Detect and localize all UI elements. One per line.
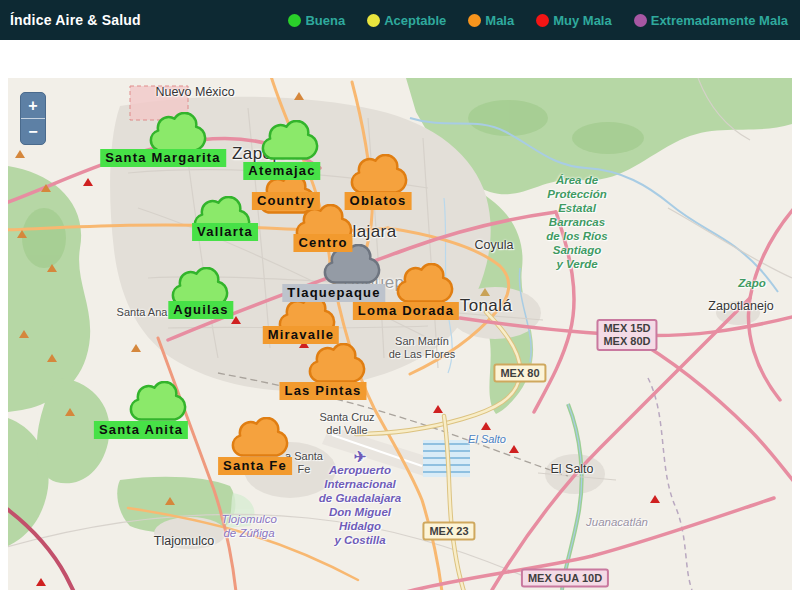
station-label-santa-fe[interactable]: Santa Fe bbox=[218, 457, 292, 475]
station-label-miravalle[interactable]: Miravalle bbox=[263, 326, 339, 344]
legend-item-buena: Buena bbox=[288, 13, 345, 28]
station-cloud-icon-atemajac[interactable] bbox=[261, 120, 319, 162]
legend-label: Buena bbox=[305, 13, 345, 28]
legend-label: Aceptable bbox=[384, 13, 446, 28]
station-label-las-pintas[interactable]: Las Pintas bbox=[279, 382, 366, 400]
station-cloud-icon-santa-margarita[interactable] bbox=[149, 112, 207, 154]
legend-item-extremadamente-mala: Extremadamente Mala bbox=[634, 13, 788, 28]
legend: BuenaAceptableMalaMuy MalaExtremadamente… bbox=[288, 13, 790, 28]
station-label-tlaquepaque[interactable]: Tlaquepaque bbox=[282, 284, 385, 302]
station-cloud-icon-loma-dorada[interactable] bbox=[396, 263, 454, 305]
station-label-oblatos[interactable]: Oblatos bbox=[345, 192, 412, 210]
legend-dot-buena bbox=[288, 14, 301, 27]
road-badge-mex-23: MEX 23 bbox=[422, 522, 475, 541]
road-badge-mex-15d-mex-80d: MEX 15DMEX 80D bbox=[596, 319, 657, 351]
station-cloud-icon-oblatos[interactable] bbox=[350, 154, 408, 196]
legend-dot-extremadamente-mala bbox=[634, 14, 647, 27]
station-cloud-icon-santa-anita[interactable] bbox=[129, 381, 187, 423]
page-title: Índice Aire & Salud bbox=[10, 12, 141, 28]
station-cloud-icon-santa-fe[interactable] bbox=[231, 417, 289, 459]
road-badge-mex-gua-10d: MEX GUA 10D bbox=[521, 569, 609, 588]
legend-dot-mala bbox=[468, 14, 481, 27]
station-label-santa-margarita[interactable]: Santa Margarita bbox=[100, 149, 226, 167]
zoom-in-button[interactable]: + bbox=[21, 93, 45, 118]
legend-dot-muy-mala bbox=[536, 14, 549, 27]
station-label-loma-dorada[interactable]: Loma Dorada bbox=[353, 302, 459, 320]
station-cloud-icon-las-pintas[interactable] bbox=[308, 343, 366, 385]
legend-item-aceptable: Aceptable bbox=[367, 13, 446, 28]
station-label-santa-anita[interactable]: Santa Anita bbox=[94, 421, 188, 439]
legend-label: Mala bbox=[485, 13, 514, 28]
station-label-centro[interactable]: Centro bbox=[293, 234, 352, 252]
legend-label: Muy Mala bbox=[553, 13, 612, 28]
zoom-out-button[interactable]: − bbox=[21, 119, 45, 144]
station-label-aguilas[interactable]: Aguilas bbox=[168, 301, 233, 319]
station-label-atemajac[interactable]: Atemajac bbox=[243, 162, 320, 180]
station-label-vallarta[interactable]: Vallarta bbox=[192, 223, 258, 241]
legend-item-mala: Mala bbox=[468, 13, 514, 28]
map[interactable]: Nuevo MéxicoZapopanGuadalajaraTlaquepaqu… bbox=[8, 78, 792, 590]
station-label-country[interactable]: Country bbox=[252, 192, 320, 210]
legend-item-muy-mala: Muy Mala bbox=[536, 13, 612, 28]
legend-label: Extremadamente Mala bbox=[651, 13, 788, 28]
road-badge-mex-80: MEX 80 bbox=[493, 364, 546, 383]
zoom-control: + − bbox=[20, 92, 46, 145]
legend-dot-aceptable bbox=[367, 14, 380, 27]
app-header: Índice Aire & Salud BuenaAceptableMalaMu… bbox=[0, 0, 800, 40]
